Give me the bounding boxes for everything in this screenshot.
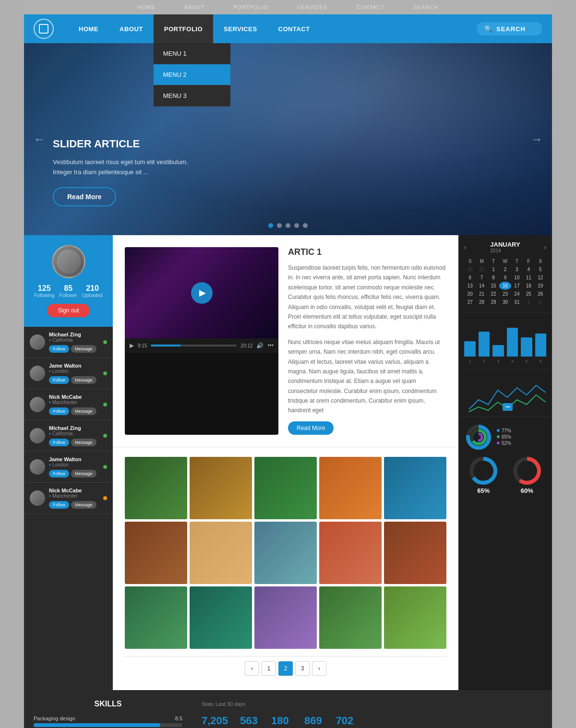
cal-day[interactable]: 20 xyxy=(464,290,476,298)
cal-day[interactable]: 21 xyxy=(476,290,487,298)
follow-button[interactable]: Follow xyxy=(49,407,69,415)
video-progress-bar[interactable] xyxy=(151,345,237,346)
cal-day[interactable]: 31 xyxy=(476,265,487,274)
hero-prev-button[interactable]: ← xyxy=(34,132,45,146)
follow-button[interactable]: Follow xyxy=(49,345,69,353)
video-play-ctrl-icon[interactable]: ▶ xyxy=(130,342,134,349)
cal-day[interactable]: 2 xyxy=(499,265,511,274)
cal-day[interactable]: 1 xyxy=(488,265,499,274)
dropdown-menu2[interactable]: MENU 2 xyxy=(154,64,230,85)
cal-day[interactable]: 18 xyxy=(523,282,534,290)
follow-button[interactable]: Follow xyxy=(49,439,69,446)
message-button[interactable]: Message xyxy=(71,345,96,353)
hero-read-more-button[interactable]: Read More xyxy=(53,187,116,206)
nav-contact[interactable]: CONTACT xyxy=(268,14,321,43)
cal-day[interactable]: 31 xyxy=(511,298,523,306)
cal-day[interactable]: 3 xyxy=(511,265,523,274)
sign-out-button[interactable]: Sign out xyxy=(47,304,89,317)
follow-button[interactable]: Follow xyxy=(49,470,69,477)
nav-home[interactable]: HOME xyxy=(68,14,109,43)
hero-dot-1[interactable] xyxy=(268,223,273,228)
gallery-item[interactable] xyxy=(190,522,252,584)
hero-dot-5[interactable] xyxy=(303,223,308,228)
gallery-item[interactable] xyxy=(254,457,317,519)
search-area[interactable]: 🔍 xyxy=(477,22,542,36)
gallery-item[interactable] xyxy=(254,586,317,649)
gallery-item[interactable] xyxy=(384,586,446,649)
cal-day[interactable]: 15 xyxy=(488,282,499,290)
message-button[interactable]: Message xyxy=(71,501,96,509)
cal-day[interactable]: 30 xyxy=(499,298,511,306)
cal-day[interactable]: 27 xyxy=(464,298,476,306)
hero-dot-4[interactable] xyxy=(294,223,299,228)
site-logo[interactable] xyxy=(34,19,54,39)
top-nav-contact[interactable]: CONTACT xyxy=(356,4,384,10)
nav-about[interactable]: ABOUT xyxy=(109,14,154,43)
dropdown-menu1[interactable]: MENU 1 xyxy=(154,43,230,64)
cal-day[interactable]: 13 xyxy=(464,282,476,290)
dropdown-menu3[interactable]: MENU 3 xyxy=(154,85,230,107)
calendar-prev-button[interactable]: ‹ xyxy=(464,243,467,251)
top-nav-home[interactable]: HOME xyxy=(138,4,156,10)
gallery-item[interactable] xyxy=(384,522,446,584)
hero-next-button[interactable]: → xyxy=(531,132,542,146)
cal-day[interactable]: 4 xyxy=(523,265,534,274)
follow-button[interactable]: Follow xyxy=(49,376,69,384)
cal-day[interactable]: 14 xyxy=(476,282,487,290)
cal-day[interactable]: 6 xyxy=(464,274,476,282)
message-button[interactable]: Message xyxy=(71,439,96,446)
cal-day[interactable]: 23 xyxy=(499,290,511,298)
cal-day[interactable]: 25 xyxy=(523,290,534,298)
follow-button[interactable]: Follow xyxy=(49,501,69,509)
gallery-item[interactable] xyxy=(125,586,187,649)
calendar-next-button[interactable]: › xyxy=(544,243,546,251)
cal-day[interactable]: 24 xyxy=(511,290,523,298)
video-play-button[interactable]: ▶ xyxy=(191,282,213,304)
top-nav-portfolio[interactable]: PORTFOLIO xyxy=(233,4,268,10)
cal-day[interactable]: 22 xyxy=(488,290,499,298)
volume-icon[interactable]: 🔊 xyxy=(256,342,264,349)
cal-day[interactable]: 5 xyxy=(535,265,546,274)
cal-day[interactable]: 17 xyxy=(511,282,523,290)
cal-day[interactable]: 8 xyxy=(488,274,499,282)
cal-day[interactable]: 12 xyxy=(535,274,546,282)
cal-day[interactable]: 26 xyxy=(535,290,546,298)
gallery-item[interactable] xyxy=(190,586,252,649)
cal-day[interactable]: 30 xyxy=(464,265,476,274)
message-button[interactable]: Message xyxy=(71,407,96,415)
cal-day[interactable]: 7 xyxy=(476,274,487,282)
search-input[interactable] xyxy=(496,25,535,33)
article-read-more-button[interactable]: Read More xyxy=(288,421,334,435)
pagination-page-1[interactable]: 1 xyxy=(262,661,276,676)
top-nav-about[interactable]: ABOUT xyxy=(184,4,205,10)
hero-dot-2[interactable] xyxy=(277,223,282,228)
pagination-next[interactable]: › xyxy=(312,661,326,676)
gallery-item[interactable] xyxy=(254,522,317,584)
message-button[interactable]: Message xyxy=(71,376,96,384)
gallery-item[interactable] xyxy=(319,457,382,519)
nav-services[interactable]: SERVICES xyxy=(213,14,268,43)
cal-day[interactable]: 19 xyxy=(535,282,546,290)
gallery-item[interactable] xyxy=(384,457,446,519)
cal-today[interactable]: 16 xyxy=(499,282,511,290)
gallery-item[interactable] xyxy=(319,522,382,584)
hero-dot-3[interactable] xyxy=(286,223,290,228)
cal-day[interactable]: 2 xyxy=(535,298,546,306)
pagination-prev[interactable]: ‹ xyxy=(245,661,259,676)
gallery-item[interactable] xyxy=(125,457,187,519)
cal-day[interactable]: 9 xyxy=(499,274,511,282)
top-nav-services[interactable]: SERVICES xyxy=(297,4,327,10)
gallery-item[interactable] xyxy=(125,522,187,584)
gallery-item[interactable] xyxy=(319,586,382,649)
video-more-icon[interactable]: ••• xyxy=(267,342,274,349)
cal-day[interactable]: 10 xyxy=(511,274,523,282)
nav-portfolio[interactable]: PORTFOLIO xyxy=(154,14,213,43)
cal-day[interactable]: 1 xyxy=(523,298,534,306)
cal-day[interactable]: 29 xyxy=(488,298,499,306)
pagination-page-3[interactable]: 3 xyxy=(295,661,310,676)
message-button[interactable]: Message xyxy=(71,470,96,477)
pagination-page-2[interactable]: 2 xyxy=(278,661,293,676)
cal-day[interactable]: 28 xyxy=(476,298,487,306)
cal-day[interactable]: 11 xyxy=(523,274,534,282)
gallery-item[interactable] xyxy=(190,457,252,519)
